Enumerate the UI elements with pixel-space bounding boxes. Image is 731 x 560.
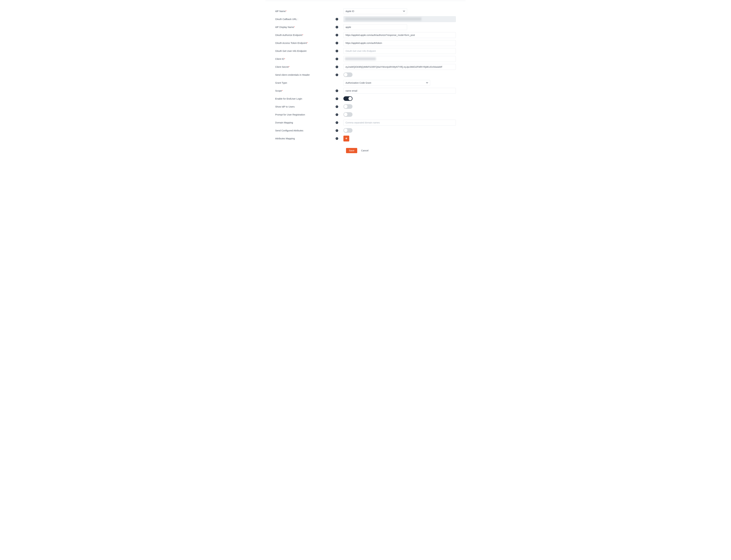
info-icon[interactable]: i xyxy=(336,89,338,92)
show-idp-toggle[interactable] xyxy=(343,104,353,109)
toggle-knob xyxy=(344,129,347,132)
row-attr-mapping: Attributes Mapping i + xyxy=(275,136,456,141)
info-icon[interactable]: i xyxy=(336,137,338,140)
grant-type-select[interactable]: Authorization Code Grant xyxy=(343,80,430,86)
form-actions: Save Cancel xyxy=(275,148,456,153)
row-client-secret: Client Secret* i xyxy=(275,64,456,70)
info-icon[interactable]: i xyxy=(336,58,338,60)
userinfo-endpoint-input[interactable] xyxy=(343,48,456,54)
label-prompt-reg: Prompt for User Registration xyxy=(275,113,324,116)
required-marker: * xyxy=(289,66,290,68)
label-callback: OAuth Callback URL : xyxy=(275,18,324,20)
row-authorize-endpoint: OAuth Authorize Endpoint* i xyxy=(275,32,456,38)
info-icon[interactable]: i xyxy=(336,34,338,36)
cancel-button[interactable]: Cancel xyxy=(360,148,369,153)
row-scope: Scope* i xyxy=(275,88,456,94)
label-authorize-ep: OAuth Authorize Endpoint* xyxy=(275,34,324,36)
label-client-secret: Client Secret* xyxy=(275,66,324,68)
callback-url-readonly xyxy=(343,16,456,22)
save-button[interactable]: Save xyxy=(346,148,357,153)
section-divider xyxy=(265,1,466,1)
row-client-id: Client ID* i xyxy=(275,56,456,62)
info-icon[interactable]: i xyxy=(336,66,338,68)
label-grant-type: Grant Type: xyxy=(275,82,324,84)
label-attr-mapping: Attributes Mapping xyxy=(275,137,324,140)
row-grant-type: Grant Type: Authorization Code Grant xyxy=(275,80,456,86)
row-prompt-reg: Prompt for User Registration i xyxy=(275,112,456,118)
label-idp-name: IdP Name* xyxy=(275,10,324,13)
row-show-idp: Show IdP to Users i xyxy=(275,104,456,110)
authorize-endpoint-input[interactable] xyxy=(343,32,456,38)
row-token-endpoint: OAuth Access Token Endpoint* i xyxy=(275,40,456,46)
row-callback-url: OAuth Callback URL : i xyxy=(275,16,456,22)
label-text: Scope xyxy=(275,89,282,92)
idp-config-form: IdP Name* Apple ID OAuth Callback URL : … xyxy=(265,8,466,153)
redacted-content xyxy=(345,17,421,21)
label-text: OAuth Authorize Endpoint xyxy=(275,34,302,36)
label-client-id: Client ID* xyxy=(275,58,324,60)
info-icon[interactable]: i xyxy=(336,121,338,124)
domain-mapping-input[interactable] xyxy=(343,120,456,126)
send-header-toggle[interactable] xyxy=(343,72,353,77)
send-attrs-toggle[interactable] xyxy=(343,128,353,133)
label-send-attrs: Send Configured Attributes xyxy=(275,129,324,132)
toggle-knob xyxy=(344,73,347,76)
add-attribute-button[interactable]: + xyxy=(343,136,349,141)
label-domain-mapping: Domain Mapping xyxy=(275,121,324,124)
label-text: Client ID xyxy=(275,58,284,60)
idp-name-select[interactable]: Apple ID xyxy=(343,8,407,14)
client-id-input[interactable] xyxy=(343,56,456,62)
label-text: IdP Display Name xyxy=(275,26,294,28)
info-icon[interactable]: i xyxy=(336,42,338,44)
required-marker: * xyxy=(302,34,303,36)
info-icon[interactable]: i xyxy=(336,97,338,100)
label-show-idp: Show IdP to Users xyxy=(275,105,324,108)
plus-icon: + xyxy=(345,137,347,140)
required-marker: * xyxy=(294,26,295,28)
client-secret-input[interactable] xyxy=(343,64,456,70)
label-enable-enduser: Enable for EndUser Login xyxy=(275,97,324,100)
required-marker: * xyxy=(307,42,308,44)
required-marker: * xyxy=(282,89,283,92)
label-text: IdP Name xyxy=(275,10,286,13)
label-send-header: Send client credentials in Header xyxy=(275,74,324,76)
row-display-name: IdP Display Name* i xyxy=(275,24,456,30)
token-endpoint-input[interactable] xyxy=(343,40,456,46)
display-name-input[interactable] xyxy=(343,24,407,30)
required-marker: * xyxy=(284,58,285,60)
info-icon[interactable]: i xyxy=(336,26,338,28)
row-userinfo-endpoint: OAuth Get User Info Endpoint i xyxy=(275,48,456,54)
label-text: Client Secret xyxy=(275,66,289,68)
label-userinfo-ep: OAuth Get User Info Endpoint xyxy=(275,50,324,52)
info-icon[interactable]: i xyxy=(336,129,338,132)
scope-input[interactable] xyxy=(343,88,456,94)
required-marker: * xyxy=(286,10,287,13)
row-enable-enduser: Enable for EndUser Login i xyxy=(275,96,456,102)
toggle-knob xyxy=(344,113,347,116)
label-token-ep: OAuth Access Token Endpoint* xyxy=(275,42,324,44)
prompt-reg-toggle[interactable] xyxy=(343,112,353,117)
row-send-attrs: Send Configured Attributes i xyxy=(275,128,456,134)
row-send-header: Send client credentials in Header i xyxy=(275,72,456,78)
label-display-name: IdP Display Name* xyxy=(275,26,324,28)
row-domain-mapping: Domain Mapping i xyxy=(275,120,456,126)
label-scope: Scope* xyxy=(275,89,324,92)
info-icon[interactable]: i xyxy=(336,113,338,116)
row-idp-name: IdP Name* Apple ID xyxy=(275,8,456,14)
info-icon[interactable]: i xyxy=(336,105,338,108)
info-icon[interactable]: i xyxy=(336,74,338,76)
label-text: OAuth Access Token Endpoint xyxy=(275,42,307,44)
toggle-knob xyxy=(348,97,352,100)
info-icon[interactable]: i xyxy=(336,50,338,52)
toggle-knob xyxy=(344,105,347,108)
info-icon[interactable]: i xyxy=(336,18,338,20)
enable-enduser-toggle[interactable] xyxy=(343,96,353,101)
